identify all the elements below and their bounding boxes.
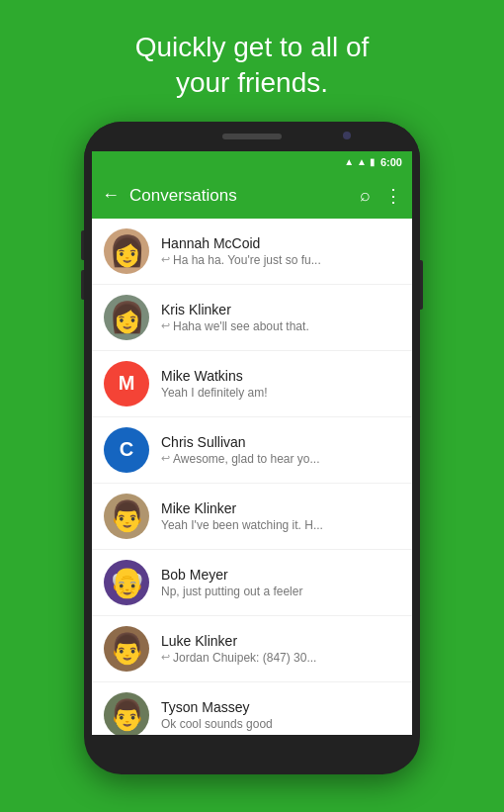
conv-preview-tyson: Ok cool sounds good (161, 717, 400, 731)
conversation-item-mike-klinker[interactable]: 👨Mike KlinkerYeah I've been watching it.… (92, 484, 412, 550)
conv-preview-luke: ↩ Jordan Chuipek: (847) 30... (161, 651, 400, 665)
avatar-kris: 👩 (104, 295, 149, 340)
conv-preview-bob: Np, just putting out a feeler (161, 585, 400, 598)
conv-preview-hannah: ↩ Ha ha ha. You're just so fu... (161, 253, 400, 267)
conv-info-tyson: Tyson MasseyOk cool sounds good (161, 699, 400, 731)
conv-info-mike-klinker: Mike KlinkerYeah I've been watching it. … (161, 500, 400, 532)
headline: Quickly get to all of your friends. (116, 30, 389, 102)
headline-line2: your friends. (176, 67, 328, 98)
conv-preview-chris: ↩ Awesome, glad to hear yo... (161, 452, 400, 466)
avatar-hannah: 👩 (104, 228, 149, 274)
conv-name-mike-klinker: Mike Klinker (161, 500, 400, 516)
avatar-bob: 👴 (104, 560, 149, 605)
toolbar-actions: ⌕ ⋮ (360, 185, 402, 207)
conv-preview-mike-klinker: Yeah I've been watching it. H... (161, 518, 400, 532)
reply-arrow-icon: ↩ (161, 319, 170, 332)
phone-device: ▲ ▲ ▮ 6:00 ← Conversations ⌕ ⋮ 👩Hannah M… (84, 122, 420, 774)
conversation-item-bob[interactable]: 👴Bob MeyerNp, just putting out a feeler (92, 550, 412, 616)
conversation-list[interactable]: 👩Hannah McCoid↩ Ha ha ha. You're just so… (92, 219, 412, 735)
phone-screen: ▲ ▲ ▮ 6:00 ← Conversations ⌕ ⋮ 👩Hannah M… (92, 151, 412, 735)
conversation-item-kris[interactable]: 👩Kris Klinker↩ Haha we'll see about that… (92, 285, 412, 351)
conv-preview-kris: ↩ Haha we'll see about that. (161, 319, 400, 333)
reply-arrow-icon: ↩ (161, 651, 170, 664)
conv-info-kris: Kris Klinker↩ Haha we'll see about that. (161, 302, 400, 333)
toolbar-title: Conversations (129, 186, 360, 206)
reply-arrow-icon: ↩ (161, 253, 170, 266)
conversation-item-hannah[interactable]: 👩Hannah McCoid↩ Ha ha ha. You're just so… (92, 219, 412, 285)
conv-info-mike-watkins: Mike WatkinsYeah I definitely am! (161, 368, 400, 400)
avatar-mike-watkins: M (104, 361, 149, 406)
conv-name-kris: Kris Klinker (161, 302, 400, 317)
conv-name-chris: Chris Sullivan (161, 434, 400, 450)
app-toolbar: ← Conversations ⌕ ⋮ (92, 173, 412, 219)
status-icons: ▲ ▲ ▮ (344, 156, 376, 167)
conv-name-luke: Luke Klinker (161, 633, 400, 649)
conv-name-tyson: Tyson Massey (161, 699, 400, 715)
avatar-mike-klinker: 👨 (104, 494, 149, 539)
conv-name-mike-watkins: Mike Watkins (161, 368, 400, 384)
phone-camera (343, 132, 351, 139)
conv-info-chris: Chris Sullivan↩ Awesome, glad to hear yo… (161, 434, 400, 466)
avatar-luke: 👨 (104, 626, 149, 672)
conversation-item-luke[interactable]: 👨Luke Klinker↩ Jordan Chuipek: (847) 30.… (92, 616, 412, 682)
conv-name-hannah: Hannah McCoid (161, 235, 400, 251)
conv-info-hannah: Hannah McCoid↩ Ha ha ha. You're just so … (161, 235, 400, 267)
status-bar: ▲ ▲ ▮ 6:00 (92, 151, 412, 173)
conv-info-luke: Luke Klinker↩ Jordan Chuipek: (847) 30..… (161, 633, 400, 665)
conversation-item-mike-watkins[interactable]: MMike WatkinsYeah I definitely am! (92, 351, 412, 417)
conv-name-bob: Bob Meyer (161, 567, 400, 583)
battery-icon: ▮ (370, 156, 376, 167)
conv-preview-mike-watkins: Yeah I definitely am! (161, 386, 400, 400)
conversation-item-tyson[interactable]: 👨Tyson MasseyOk cool sounds good (92, 682, 412, 735)
conv-info-bob: Bob MeyerNp, just putting out a feeler (161, 567, 400, 598)
conversation-item-chris[interactable]: CChris Sullivan↩ Awesome, glad to hear y… (92, 417, 412, 484)
search-button[interactable]: ⌕ (360, 185, 371, 207)
phone-top-bar (84, 122, 420, 151)
status-time: 6:00 (380, 156, 402, 168)
more-options-button[interactable]: ⋮ (384, 185, 402, 207)
headline-line1: Quickly get to all of (135, 32, 370, 62)
reply-arrow-icon: ↩ (161, 452, 170, 465)
back-button[interactable]: ← (102, 185, 120, 206)
signal-icon: ▲ (357, 156, 367, 167)
wifi-icon: ▲ (344, 156, 354, 167)
avatar-chris: C (104, 427, 149, 473)
avatar-tyson: 👨 (104, 692, 149, 735)
phone-speaker (222, 134, 282, 139)
